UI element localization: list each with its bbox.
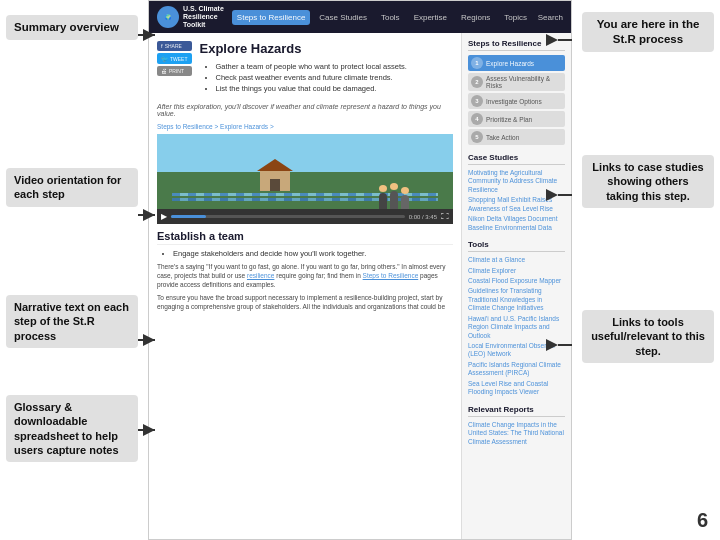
steps-list: 1 Explore Hazards 2 Assess Vulnerability…	[468, 55, 565, 145]
video-scene	[157, 134, 453, 209]
case-studies-section: Case Studies Motivating the Agricultural…	[468, 153, 565, 232]
tool-link-7[interactable]: Pacific Islands Regional Climate Assessm…	[468, 361, 565, 378]
video-controls: ▶ 0:00 / 3:45 ⛶	[157, 209, 453, 224]
section2-bullet-1: Engage stakeholders and decide how you'l…	[173, 249, 453, 258]
fullscreen-icon[interactable]: ⛶	[441, 212, 449, 221]
social-buttons: fSHARE 🐦TWEET 🖨PRINT	[157, 41, 192, 76]
tools-label: Links to tools useful/relevant to this s…	[591, 316, 705, 357]
reports-title: Relevant Reports	[468, 405, 565, 417]
navbar: 🌍 U.S. ClimateResilienceToolkit Steps to…	[149, 1, 571, 33]
step-label-5: Take Action	[486, 134, 519, 141]
left-annotations: Summary overview Video orientation for e…	[0, 0, 148, 540]
resilience-link[interactable]: resilience	[247, 272, 274, 279]
logo-icon: 🌍	[157, 6, 179, 28]
steps-section: Steps to Resilience 1 Explore Hazards 2 …	[468, 39, 565, 145]
steps-title: Steps to Resilience	[468, 39, 565, 51]
case-study-link-3[interactable]: Nikon Delta Villages Document Baseline E…	[468, 215, 565, 232]
step-item-5[interactable]: 5 Take Action	[468, 129, 565, 145]
slide-container: Summary overview Video orientation for e…	[0, 0, 720, 540]
steps-link[interactable]: Steps to Resilience	[363, 272, 419, 279]
hazards-bullets: Gather a team of people who want to prot…	[216, 62, 454, 93]
nav-tools[interactable]: Tools	[376, 10, 405, 25]
narrative-text-1: There's a saying "If you want to go fast…	[157, 262, 453, 289]
video-label: Video orientation for each step	[14, 174, 121, 200]
casestudies-annotation: Links to case studies showing others tak…	[582, 155, 714, 208]
tools-annotation: Links to tools useful/relevant to this s…	[582, 310, 714, 363]
tool-link-1[interactable]: Climate at a Glance	[468, 256, 565, 264]
step-item-2[interactable]: 2 Assess Vulnerability & Risks	[468, 73, 565, 91]
step-label-1: Explore Hazards	[486, 60, 534, 67]
nav-case-studies[interactable]: Case Studies	[314, 10, 372, 25]
narrative-text-2: To ensure you have the broad support nec…	[157, 293, 453, 311]
search-label[interactable]: Search	[538, 13, 563, 22]
bullet-2: Check past weather events and future cli…	[216, 73, 454, 82]
exploration-text: After this exploration, you'll discover …	[157, 103, 453, 117]
print-button[interactable]: 🖨PRINT	[157, 66, 192, 76]
step-number-5: 5	[471, 131, 483, 143]
play-button[interactable]: ▶	[161, 212, 167, 221]
nav-topics[interactable]: Topics	[499, 10, 532, 25]
logo-text: U.S. ClimateResilienceToolkit	[183, 5, 224, 28]
main-content: fSHARE 🐦TWEET 🖨PRINT Explore Hazards	[149, 33, 461, 540]
video-progress[interactable]	[171, 215, 405, 218]
share-button[interactable]: fSHARE	[157, 41, 192, 51]
reports-section: Relevant Reports Climate Change Impacts …	[468, 405, 565, 446]
navbar-logo: 🌍 U.S. ClimateResilienceToolkit	[157, 5, 224, 28]
tool-link-5[interactable]: Hawai'i and U.S. Pacific Islands Region …	[468, 315, 565, 340]
section2-bullets: Engage stakeholders and decide how you'l…	[173, 249, 453, 258]
case-studies-title: Case Studies	[468, 153, 565, 165]
step-number-4: 4	[471, 113, 483, 125]
step-number-2: 2	[471, 76, 483, 88]
screenshot-area: 🌍 U.S. ClimateResilienceToolkit Steps to…	[148, 0, 572, 540]
glossary-label: Glossary & downloadable spreadsheet to h…	[14, 401, 119, 456]
page-title: Explore Hazards	[200, 41, 454, 56]
page-number: 6	[697, 509, 708, 532]
bullet-3: List the things you value that could be …	[216, 84, 454, 93]
tool-link-8[interactable]: Sea Level Rise and Coastal Flooding Impa…	[468, 380, 565, 397]
glossary-annotation: Glossary & downloadable spreadsheet to h…	[6, 395, 138, 462]
progress-fill	[171, 215, 206, 218]
summary-annotation: Summary overview	[6, 15, 138, 40]
tool-link-2[interactable]: Climate Explorer	[468, 267, 565, 275]
step-number-3: 3	[471, 95, 483, 107]
section2-heading: Establish a team	[157, 230, 453, 245]
step-number-1: 1	[471, 57, 483, 69]
bullet-1: Gather a team of people who want to prot…	[216, 62, 454, 71]
narrative-label: Narrative text on each step of the St.R …	[14, 301, 129, 342]
step-item-1[interactable]: 1 Explore Hazards	[468, 55, 565, 71]
tools-section: Tools Climate at a Glance Climate Explor…	[468, 240, 565, 397]
sidebar-right: Steps to Resilience 1 Explore Hazards 2 …	[461, 33, 571, 540]
step-item-4[interactable]: 4 Prioritize & Plan	[468, 111, 565, 127]
time-display: 0:00 / 3:45	[409, 214, 437, 220]
summary-label: Summary overview	[14, 21, 119, 33]
step-label-2: Assess Vulnerability & Risks	[486, 75, 562, 89]
tool-link-6[interactable]: Local Environmental Observer (LEO) Netwo…	[468, 342, 565, 359]
right-annotations: You are here in the St.R process Links t…	[572, 0, 720, 540]
case-study-link-1[interactable]: Motivating the Agricultural Community to…	[468, 169, 565, 194]
casestudies-label: Links to case studies showing others tak…	[592, 161, 703, 202]
nav-steps-to-resilience[interactable]: Steps to Resilience	[232, 10, 310, 25]
step-label-4: Prioritize & Plan	[486, 116, 532, 123]
case-study-link-2[interactable]: Shopping Mall Exhibit Raises Awareness o…	[468, 196, 565, 213]
step-item-3[interactable]: 3 Investigate Options	[468, 93, 565, 109]
nav-regions[interactable]: Regions	[456, 10, 495, 25]
report-link-1[interactable]: Climate Change Impacts in the United Sta…	[468, 421, 565, 446]
tools-title: Tools	[468, 240, 565, 252]
content-area: fSHARE 🐦TWEET 🖨PRINT Explore Hazards	[149, 33, 571, 540]
video-annotation: Video orientation for each step	[6, 168, 138, 207]
video-player[interactable]: ▶ 0:00 / 3:45 ⛶	[157, 134, 453, 224]
youhere-label: You are here in the St.R process	[597, 18, 700, 45]
tool-link-4[interactable]: Guidelines for Translating Traditional K…	[468, 287, 565, 312]
tweet-button[interactable]: 🐦TWEET	[157, 53, 192, 64]
nav-expertise[interactable]: Expertise	[409, 10, 452, 25]
youhere-annotation: You are here in the St.R process	[582, 12, 714, 52]
video-content: ▶ 0:00 / 3:45 ⛶	[157, 134, 453, 224]
breadcrumb[interactable]: Steps to Resilience > Explore Hazards >	[157, 123, 453, 130]
narrative-annotation: Narrative text on each step of the St.R …	[6, 295, 138, 348]
tool-link-3[interactable]: Coastal Flood Exposure Mapper	[468, 277, 565, 285]
step-label-3: Investigate Options	[486, 98, 542, 105]
